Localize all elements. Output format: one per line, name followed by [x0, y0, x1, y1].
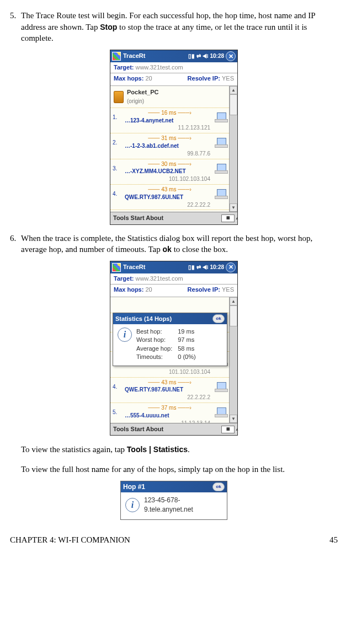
- hop-list[interactable]: Pocket_PC (origin) 1. ─── 16 ms ───› …12…: [110, 86, 229, 212]
- connectivity-icon: ⇄: [196, 264, 201, 271]
- resolve-group: Resolve IP: YES: [188, 74, 234, 83]
- computer-icon: [215, 407, 228, 417]
- resolve-value: YES: [222, 75, 234, 82]
- hop-host: QWE.RTY.987.6UI.NET: [125, 386, 227, 394]
- hop-num: 2.: [113, 139, 117, 147]
- resolve-label: Resolve IP:: [188, 286, 220, 293]
- target-value: www.321test.com: [135, 63, 183, 72]
- start-flag-icon[interactable]: [112, 52, 121, 61]
- hop-row-4[interactable]: 4. ─── 43 ms ───› QWE.RTY.987.6UI.NET 22…: [110, 378, 229, 403]
- hop-ip: 11.12.13.14: [113, 420, 210, 423]
- hop-ms-val: 30 ms: [161, 161, 176, 167]
- info-icon: i: [125, 498, 140, 512]
- scrollbar[interactable]: ▲ ▼: [229, 297, 237, 423]
- stats-again-c: .: [188, 445, 190, 454]
- stat-val: 19 ms: [178, 328, 195, 336]
- target-row: Target: www.321test.com: [110, 273, 237, 285]
- hop-dialog-body: i 123-45-678-9.tele.anynet.net: [121, 492, 227, 519]
- scroll-down-button[interactable]: ▼: [230, 203, 237, 212]
- signal-icon: ▯▮: [188, 52, 195, 60]
- hop-num: 3.: [113, 165, 117, 173]
- hop-dialog-title: Hop #1: [123, 482, 145, 492]
- stat-val: 0 (0%): [178, 353, 195, 361]
- step-6-ok-label: ok: [163, 245, 172, 254]
- hop-num: 5.: [113, 409, 117, 416]
- hop-row-5[interactable]: 5. ─── 37 ms ───› …555-4.uuuu.net 11.12.…: [110, 210, 229, 212]
- hop-ip: 22.2.22.2: [113, 201, 210, 209]
- hop-row-2[interactable]: 2. ─── 31 ms ───› …-1-2-3.ab1.cdef.net 9…: [110, 133, 229, 159]
- info-icon: i: [118, 328, 132, 342]
- stat-key: Best hop:: [136, 328, 172, 336]
- step-5-stop-label: Stop: [100, 23, 117, 31]
- hop-dialog-hostname: 123-45-678-9.tele.anynet.net: [144, 496, 222, 514]
- target-label: Target:: [114, 63, 134, 72]
- stat-val: 58 ms: [178, 345, 195, 353]
- step-6-number: 6.: [10, 233, 21, 255]
- stat-key: Average hop:: [136, 345, 172, 353]
- hop-ms: ─── 43 ms ───›: [113, 186, 227, 194]
- close-button[interactable]: ✕: [226, 51, 236, 61]
- hop-dialog: Hop #1 ok i 123-45-678-9.tele.anynet.net: [120, 481, 227, 520]
- hop-num: 4.: [113, 190, 117, 198]
- hop-dialog-titlebar: Hop #1 ok: [121, 481, 227, 493]
- ok-button[interactable]: ok: [212, 482, 225, 491]
- hop-row-5[interactable]: 5. ─── 37 ms ───› …555-4.uuuu.net 11.12.…: [110, 403, 229, 423]
- step-6: 6. When the trace is complete, the Stati…: [10, 233, 338, 255]
- ok-button[interactable]: ok: [212, 314, 225, 323]
- hop-ms-val: 37 ms: [161, 405, 176, 411]
- statistics-dialog: Statistics (14 Hops) ok i Best hop:19 ms…: [113, 313, 227, 366]
- screenshot-hop-dialog: Hop #1 ok i 123-45-678-9.tele.anynet.net: [10, 481, 338, 520]
- pocketpc-window-stats: TraceRt ▯▮ ⇄ ◀፧ 10:28 ✕ Target: www.321t…: [110, 261, 238, 436]
- status-icons: ▯▮ ⇄ ◀፧ 10:28: [188, 52, 224, 60]
- computer-icon: [215, 382, 228, 392]
- menu-items[interactable]: Tools Start About: [113, 425, 163, 433]
- hop-ip: 101.102.103.104: [113, 368, 210, 376]
- hop-ms: ─── 37 ms ───›: [113, 404, 227, 412]
- stats-again-a: To view the statistics again, tap: [21, 445, 127, 454]
- scroll-up-button[interactable]: ▲: [230, 86, 237, 94]
- scroll-thumb[interactable]: [230, 94, 237, 115]
- maxhops-value: 20: [145, 75, 152, 82]
- hop-ms: ─── 16 ms ───›: [113, 109, 227, 117]
- menu-items[interactable]: Tools Start About: [113, 214, 163, 222]
- hop-ms: ─── 37 ms ───›: [113, 211, 227, 212]
- computer-icon: [215, 189, 228, 199]
- screenshot-tracert-main: TraceRt ▯▮ ⇄ ◀፧ 10:28 ✕ Target: www.321t…: [10, 50, 338, 225]
- status-icons: ▯▮ ⇄ ◀፧ 10:28: [188, 264, 224, 271]
- keyboard-icon[interactable]: ▦: [221, 214, 235, 222]
- menubar: Tools Start About ▦: [110, 423, 237, 435]
- signal-icon: ▯▮: [188, 264, 195, 271]
- step-6-text-b: to close the box.: [172, 245, 228, 254]
- app-title: TraceRt: [123, 263, 188, 271]
- titlebar: TraceRt ▯▮ ⇄ ◀፧ 10:28 ✕: [110, 50, 237, 62]
- pocketpc-window: TraceRt ▯▮ ⇄ ◀፧ 10:28 ✕ Target: www.321t…: [110, 50, 238, 225]
- hop-row-3[interactable]: 3. ─── 30 ms ───› …-XYZ.MM4.UCB2.NET 101…: [110, 159, 229, 185]
- scrollbar[interactable]: ▲ ▼: [229, 86, 237, 212]
- close-button[interactable]: ✕: [226, 262, 236, 272]
- maxhops-row: Max hops:20 Resolve IP: YES: [110, 285, 237, 297]
- hop-ip: 99.8.77.6: [113, 150, 210, 158]
- origin-sub: (origin): [127, 98, 144, 104]
- scroll-down-button[interactable]: ▼: [230, 415, 237, 423]
- maxhops-row: Max hops:20 Resolve IP: YES: [110, 73, 237, 86]
- resolve-group: Resolve IP: YES: [188, 286, 234, 294]
- origin-row[interactable]: Pocket_PC (origin): [110, 86, 229, 108]
- target-label: Target:: [114, 275, 134, 283]
- hop-ms: ─── 43 ms ───›: [113, 379, 227, 387]
- hop-row-1[interactable]: 1. ─── 16 ms ───› …123-4.anynet.net 11.2…: [110, 108, 229, 133]
- scroll-thumb[interactable]: [230, 305, 237, 326]
- scroll-up-button[interactable]: ▲: [230, 297, 237, 305]
- keyboard-icon[interactable]: ▦: [221, 426, 235, 433]
- start-flag-icon[interactable]: [112, 263, 121, 272]
- clock-time: 10:28: [210, 52, 224, 60]
- maxhops-group: Max hops:20: [114, 74, 152, 83]
- scroll-track[interactable]: [230, 305, 237, 415]
- computer-icon: [215, 138, 228, 148]
- maxhops-group: Max hops:20: [114, 286, 152, 294]
- hop-ms-val: 16 ms: [161, 110, 176, 116]
- statistics-title-text: Statistics (14 Hops): [115, 315, 172, 323]
- hop-host: …-XYZ.MM4.UCB2.NET: [125, 168, 227, 175]
- screenshot-tracert-stats: TraceRt ▯▮ ⇄ ◀፧ 10:28 ✕ Target: www.321t…: [10, 261, 338, 436]
- scroll-track[interactable]: [230, 94, 237, 203]
- hop-row-4[interactable]: 4. ─── 43 ms ───› QWE.RTY.987.6UI.NET 22…: [110, 185, 229, 210]
